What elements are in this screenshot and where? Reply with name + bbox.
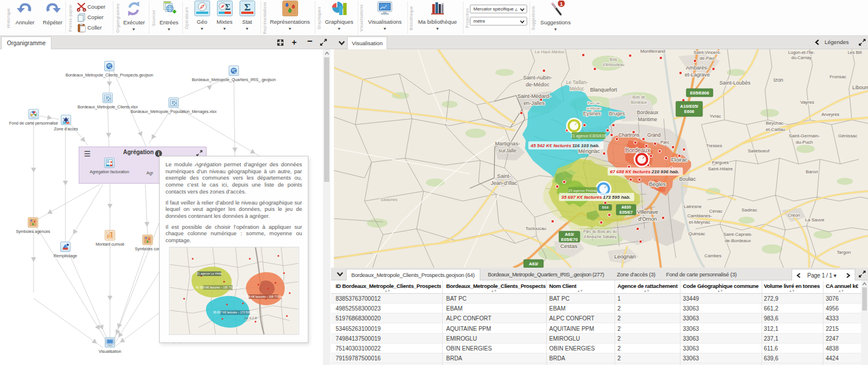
svg-text:Les Bill: Les Bill <box>848 50 862 55</box>
svg-text:Bordeaux: Bordeaux <box>626 147 650 154</box>
svg-text:de-Paul: de-Paul <box>700 56 715 61</box>
svg-text:Floirac: Floirac <box>671 156 688 163</box>
svg-text:Cambes: Cambes <box>704 253 721 258</box>
svg-text:Saint-Caprais-: Saint-Caprais- <box>723 232 753 237</box>
svg-text:Parc de: Parc de <box>587 101 600 105</box>
svg-text:Saint-Vincent-: Saint-Vincent- <box>694 50 721 55</box>
svg-text:Baron: Baron <box>806 169 818 174</box>
svg-text:A63/: A63/ <box>565 232 575 237</box>
svg-text:de-Médoc: de-Médoc <box>526 82 550 87</box>
svg-text:st-Mjolan: st-Mjolan <box>586 106 601 110</box>
svg-text:A63/: A63/ <box>529 261 539 267</box>
svg-text:Arveyres: Arveyres <box>821 112 839 117</box>
svg-text:d'Arboudeau: d'Arboudeau <box>602 63 624 67</box>
svg-text:du-Puch: du-Puch <box>796 140 812 145</box>
svg-text:Parc du Bois-arc du: Parc du Bois-arc du <box>583 229 617 233</box>
svg-text:Villenave: Villenave <box>637 209 659 215</box>
svg-text:Cestas: Cestas <box>560 243 578 249</box>
svg-text:Chartrons: Chartrons <box>619 132 639 138</box>
svg-text:Sadirac: Sadirac <box>742 207 757 213</box>
svg-text:Saint-Aubin-: Saint-Aubin- <box>523 75 552 81</box>
svg-text:Fargues: Fargues <box>712 160 729 165</box>
svg-text:Saint-Loubès: Saint-Loubès <box>719 80 751 86</box>
svg-text:d'Ornon: d'Ornon <box>638 216 657 222</box>
svg-text:Quinsac: Quinsac <box>689 231 705 236</box>
svg-text:Bordeaux: Bordeaux <box>637 110 659 115</box>
svg-text:Fronsac: Fronsac <box>830 74 847 79</box>
svg-text:67 688 K€ facturés: 67 688 K€ facturés <box>610 169 651 174</box>
svg-text:Cénac: Cénac <box>709 209 723 214</box>
svg-text:Σ: Σ <box>244 2 251 13</box>
svg-text:Leognan: Leognan <box>615 253 636 260</box>
svg-text:Σ: Σ <box>225 3 230 12</box>
svg-text:Sa 4.2.8: Sa 4.2.8 <box>244 316 258 320</box>
svg-text:173 595 hab.: 173 595 hab. <box>603 195 631 200</box>
svg-text:Tresses: Tresses <box>706 143 722 148</box>
svg-text:Bouliac: Bouliac <box>679 176 696 182</box>
svg-text:E606: E606 <box>684 109 694 114</box>
svg-text:Bruges: Bruges <box>609 111 625 116</box>
svg-text:en-Jalles: en-Jalles <box>524 100 545 106</box>
svg-text:Montferrand: Montferrand <box>640 49 665 54</box>
svg-text:Targon: Targon <box>837 250 851 255</box>
svg-text:35 697 K€ facturés – 173 595 h: 35 697 K€ facturés – 173 595 hab. <box>213 311 257 314</box>
svg-text:Grand: Grand <box>647 132 660 138</box>
svg-text:et-Lagrave: et-Lagrave <box>685 72 709 78</box>
svg-text:A10/E05/: A10/E05/ <box>680 104 698 109</box>
svg-text:du-Carnay: du-Carnay <box>791 55 811 60</box>
svg-text:Saint-: Saint- <box>497 173 511 179</box>
svg-text:Jean-d'Illac: Jean-d'Illac <box>491 180 517 186</box>
svg-text:D10: D10 <box>602 206 609 209</box>
svg-text:de-Bordeaux: de-Bordeaux <box>724 238 751 243</box>
svg-text:Le Haut-Médoc: Le Haut-Médoc <box>535 49 565 54</box>
svg-text:Salleboeuf: Salleboeuf <box>748 148 770 154</box>
svg-text:Libourn: Libourn <box>852 85 868 90</box>
svg-text:Yvrac: Yvrac <box>709 114 721 119</box>
svg-text:41 935 K€ facturés – 105 731 h: 41 935 K€ facturés – 105 731 hab. <box>196 286 240 289</box>
svg-text:et-Caillau: et-Caillau <box>766 127 785 132</box>
svg-text:Salaunes: Salaunes <box>380 198 398 202</box>
svg-text:Saint-Germain-: Saint-Germain- <box>789 133 820 138</box>
svg-text:Toctoucau: Toctoucau <box>525 226 546 231</box>
svg-text:Vayres: Vayres <box>800 100 814 105</box>
svg-text:Bordeaux: Bordeaux <box>631 100 648 104</box>
svg-text:Bois: Bois <box>610 57 618 61</box>
svg-text:Z3 agence Pessac: Z3 agence Pessac <box>568 189 597 192</box>
svg-text:E05/E7: E05/E7 <box>620 210 633 214</box>
svg-text:d'Anduche Sabatey: d'Anduche Sabatey <box>584 235 617 239</box>
svg-text:35 697 K€ facturés: 35 697 K€ facturés <box>561 195 602 200</box>
svg-text:57 458 K€ facturés – 168 770 h: 57 458 K€ facturés – 168 770 hab. <box>242 295 286 298</box>
svg-text:Maritime: Maritime <box>638 116 657 122</box>
svg-text:45 542 K€ facturés: 45 542 K€ facturés <box>530 143 572 148</box>
svg-text:Z1 agence La Vélde: Z1 agence La Vélde <box>197 272 222 275</box>
svg-text:Martignas-: Martignas- <box>495 141 520 147</box>
svg-text:La Sauve: La Sauve <box>805 217 825 222</box>
svg-text:210 936 hab.: 210 936 hab. <box>651 169 679 174</box>
svg-text:Ambarès-: Ambarès- <box>686 65 708 71</box>
svg-text:Z1 agence E30S/E05: Z1 agence E30S/E05 <box>571 134 606 138</box>
svg-text:Camblanes-: Camblanes- <box>687 213 712 218</box>
svg-text:Créon: Créon <box>788 213 800 218</box>
svg-text:Médoc: Médoc <box>570 86 584 92</box>
svg-text:E05/E70: E05/E70 <box>561 237 578 242</box>
svg-text:Saint-Hilaire: Saint-Hilaire <box>708 166 734 171</box>
svg-text:Parc: Parc <box>660 140 670 145</box>
svg-text:Izon: Izon <box>773 77 783 83</box>
svg-text:Saint-Médard-: Saint-Médard- <box>517 93 551 99</box>
svg-text:1: 1 <box>560 1 562 7</box>
svg-text:A630: A630 <box>621 205 631 209</box>
svg-text:Bois de: Bois de <box>632 95 645 99</box>
svg-text:Le Taillan-: Le Taillan- <box>566 79 588 85</box>
svg-text:Bègles: Bègles <box>649 181 665 187</box>
svg-text:Eysines: Eysines <box>583 111 601 116</box>
svg-text:surJalle: surJalle <box>498 148 516 154</box>
svg-text:Latresne: Latresne <box>684 204 702 209</box>
svg-text:et-Meynac: et-Meynac <box>689 220 711 225</box>
svg-text:116 103 hab.: 116 103 hab. <box>572 143 599 148</box>
svg-text:Blanquefort: Blanquefort <box>590 87 617 93</box>
svg-text:Génissac: Génissac <box>838 133 858 138</box>
svg-text:Lugon-et-l’Île-: Lugon-et-l’Île- <box>788 50 815 55</box>
svg-text:Beychac-: Beychac- <box>766 121 785 126</box>
svg-text:E05/E606: E05/E606 <box>690 90 709 96</box>
svg-text:Mérignac: Mérignac <box>578 148 600 154</box>
